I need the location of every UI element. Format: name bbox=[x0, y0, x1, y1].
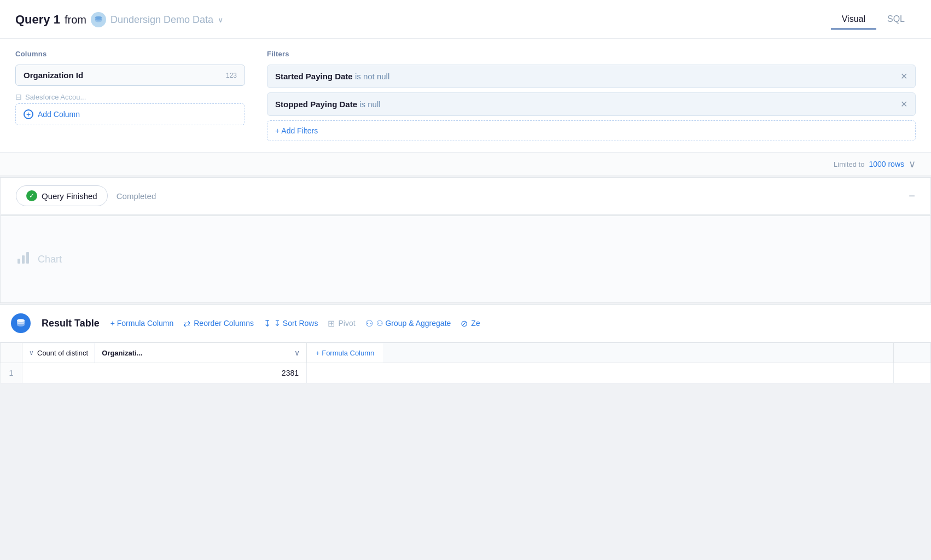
check-icon: ✓ bbox=[26, 190, 37, 201]
query-status-bar: ✓ Query Finished Completed − bbox=[0, 177, 931, 214]
add-column-label: Add Column bbox=[38, 110, 80, 119]
query-builder-panel: Query 1 from Dundersign Demo Data ∨ Visu… bbox=[0, 0, 931, 176]
filters-section: Filters Started Paying Date is not null … bbox=[267, 50, 916, 141]
column-source-name: Salesforce Accou... bbox=[25, 93, 86, 101]
chart-area: Chart bbox=[0, 215, 931, 303]
result-header: Result Table + Formula Column ⇄ Reorder … bbox=[0, 305, 931, 342]
col-name-area-0: Organizati... ∨ bbox=[95, 343, 306, 363]
query-title-area: Query 1 from Dundersign Demo Data ∨ bbox=[15, 12, 223, 27]
svg-rect-1 bbox=[18, 259, 20, 264]
filter-op-1: is null bbox=[359, 100, 380, 109]
column-header-0: ∨ Count of distinct Organizati... ∨ bbox=[22, 343, 307, 363]
columns-label: Columns bbox=[15, 50, 245, 58]
filter-text-0: Started Paying Date is not null bbox=[275, 72, 389, 81]
result-table-container: ∨ Count of distinct Organizati... ∨ bbox=[0, 342, 931, 383]
row-limit-count: 1000 rows bbox=[869, 160, 904, 168]
row-num-cell-0: 1 bbox=[1, 363, 22, 383]
tab-sql[interactable]: SQL bbox=[876, 10, 916, 30]
query-body: Columns Organization Id 123 ⊟ Salesforce… bbox=[0, 39, 931, 152]
chart-bar-icon bbox=[16, 250, 31, 269]
filter-field-0: Started Paying Date bbox=[275, 72, 353, 81]
filters-label: Filters bbox=[267, 50, 916, 58]
empty-cell-1 bbox=[894, 363, 931, 383]
ze-button[interactable]: ⊘ Ze bbox=[461, 318, 480, 329]
col-agg-chevron-0: ∨ bbox=[29, 349, 34, 357]
reorder-icon: ⇄ bbox=[183, 318, 190, 329]
tab-visual[interactable]: Visual bbox=[831, 10, 876, 30]
filter-item-0[interactable]: Started Paying Date is not null ✕ bbox=[267, 65, 916, 88]
result-actions: + Formula Column ⇄ Reorder Columns ↧ ↧ S… bbox=[110, 318, 920, 329]
view-tabs: Visual SQL bbox=[831, 10, 916, 30]
col-name-0: Organizati... bbox=[102, 349, 142, 357]
svg-rect-3 bbox=[26, 252, 29, 264]
filter-close-1[interactable]: ✕ bbox=[900, 99, 907, 109]
column-header-empty bbox=[894, 343, 931, 363]
pivot-label: Pivot bbox=[338, 319, 355, 328]
ze-label: Ze bbox=[471, 319, 480, 328]
filter-op-0: is not null bbox=[355, 72, 389, 81]
datasource-name: Dundersign Demo Data bbox=[110, 14, 213, 26]
reorder-columns-label: Reorder Columns bbox=[194, 319, 254, 328]
col-agg-label-0: Count of distinct bbox=[37, 349, 88, 357]
table-row: 1 2381 bbox=[1, 363, 931, 383]
add-formula-col-button[interactable]: + Formula Column bbox=[307, 343, 383, 363]
column-source: ⊟ Salesforce Accou... bbox=[15, 90, 245, 103]
col-header-inner-1: + Formula Column bbox=[307, 343, 893, 363]
main-container: Query 1 from Dundersign Demo Data ∨ Visu… bbox=[0, 0, 931, 560]
group-aggregate-button[interactable]: ⚇ ⚇ Group & Aggregate bbox=[365, 318, 451, 329]
completed-text: Completed bbox=[117, 191, 156, 201]
pivot-button[interactable]: ⊞ Pivot bbox=[328, 318, 355, 329]
column-item[interactable]: Organization Id 123 bbox=[15, 65, 245, 86]
table-header-row: ∨ Count of distinct Organizati... ∨ bbox=[1, 343, 931, 363]
add-column-button[interactable]: + Add Column bbox=[15, 103, 245, 125]
value-cell-0: 2381 bbox=[22, 363, 307, 383]
sort-rows-button[interactable]: ↧ ↧ Sort Rows bbox=[264, 318, 318, 329]
add-filter-button[interactable]: + Add Filters bbox=[267, 120, 916, 141]
query-from-label: from bbox=[65, 14, 86, 26]
row-limit-bar: Limited to 1000 rows ∨ bbox=[0, 152, 931, 176]
col-agg-button-0[interactable]: ∨ Count of distinct bbox=[22, 343, 95, 363]
datasource-chevron-icon[interactable]: ∨ bbox=[218, 15, 223, 24]
formula-column-label: + Formula Column bbox=[110, 319, 174, 328]
result-section: Result Table + Formula Column ⇄ Reorder … bbox=[0, 304, 931, 383]
query-status-left: ✓ Query Finished Completed bbox=[16, 185, 156, 206]
sort-icon: ↧ bbox=[264, 318, 271, 329]
result-table: ∨ Count of distinct Organizati... ∨ bbox=[0, 342, 931, 383]
formula-column-button[interactable]: + Formula Column bbox=[110, 319, 174, 328]
sort-rows-label: ↧ Sort Rows bbox=[274, 319, 318, 328]
pivot-icon: ⊞ bbox=[328, 318, 335, 329]
empty-cell-0 bbox=[307, 363, 894, 383]
filter-close-0[interactable]: ✕ bbox=[900, 71, 907, 81]
result-title: Result Table bbox=[42, 318, 100, 329]
col-header-inner-0: ∨ Count of distinct Organizati... ∨ bbox=[22, 343, 306, 363]
query-finished-label: Query Finished bbox=[42, 191, 97, 201]
chart-label: Chart bbox=[38, 254, 62, 265]
query-header: Query 1 from Dundersign Demo Data ∨ Visu… bbox=[0, 0, 931, 39]
ze-icon: ⊘ bbox=[461, 318, 468, 329]
svg-rect-2 bbox=[22, 255, 25, 264]
query-finished-button[interactable]: ✓ Query Finished bbox=[16, 185, 108, 206]
query-title: Query 1 bbox=[15, 13, 60, 27]
filter-item-1[interactable]: Stopped Paying Date is null ✕ bbox=[267, 92, 916, 116]
filter-text-1: Stopped Paying Date is null bbox=[275, 100, 381, 109]
group-aggregate-label: ⚇ Group & Aggregate bbox=[376, 319, 451, 328]
minimize-button[interactable]: − bbox=[909, 190, 915, 202]
datasource-icon bbox=[91, 12, 106, 27]
row-limit-chevron-icon[interactable]: ∨ bbox=[909, 158, 916, 170]
filter-field-1: Stopped Paying Date bbox=[275, 100, 357, 109]
col-chevron-0[interactable]: ∨ bbox=[294, 348, 300, 357]
column-type-badge: 123 bbox=[226, 72, 237, 79]
column-name: Organization Id bbox=[24, 71, 83, 80]
reorder-columns-button[interactable]: ⇄ Reorder Columns bbox=[183, 318, 254, 329]
table-icon: ⊟ bbox=[15, 92, 22, 101]
result-logo bbox=[11, 313, 31, 333]
column-header-1: + Formula Column bbox=[307, 343, 894, 363]
row-num-header bbox=[1, 343, 22, 363]
group-icon: ⚇ bbox=[365, 318, 373, 329]
row-limit-text: Limited to bbox=[834, 160, 864, 168]
columns-section: Columns Organization Id 123 ⊟ Salesforce… bbox=[15, 50, 245, 141]
plus-circle-icon: + bbox=[24, 109, 33, 119]
